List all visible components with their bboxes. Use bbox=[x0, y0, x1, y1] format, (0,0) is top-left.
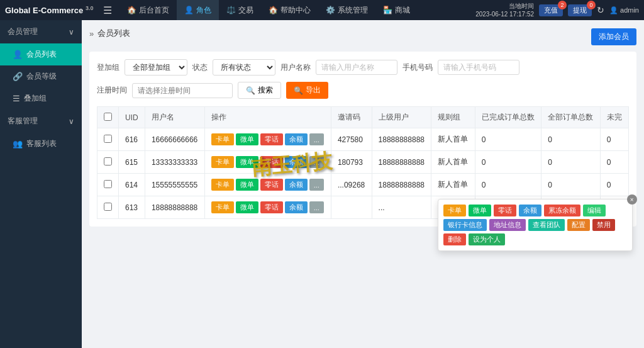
sidebar-item-member-level[interactable]: 🔗 会员等级 bbox=[0, 65, 82, 87]
table-row: 614 15555555555 卡单 微单 零话 余额 ... ...09268 bbox=[97, 174, 629, 196]
nav-transaction[interactable]: ⚖️ 交易 bbox=[219, 0, 261, 20]
cell-rule: 新人首单 bbox=[431, 151, 475, 174]
admin-menu[interactable]: 👤 admin bbox=[609, 6, 639, 14]
cell-parent: 18888888888 bbox=[372, 128, 431, 151]
wei-btn[interactable]: 微单 bbox=[236, 156, 258, 168]
username-input[interactable] bbox=[316, 60, 397, 75]
zero-btn[interactable]: 零话 bbox=[260, 156, 283, 168]
card-btn[interactable]: 卡单 bbox=[211, 201, 234, 213]
help-icon: 🏠 bbox=[269, 6, 278, 14]
action-buttons: 卡单 微单 零话 余额 ... bbox=[211, 179, 325, 191]
refresh-button[interactable]: ↻ bbox=[597, 5, 604, 15]
role-icon: 👤 bbox=[184, 6, 194, 14]
status-select[interactable]: 所有状态 bbox=[213, 59, 275, 76]
add-member-button[interactable]: 添加会员 bbox=[591, 28, 636, 45]
sidebar-group-member[interactable]: 会员管理 ∨ bbox=[0, 20, 82, 43]
top-navigation: Global E-Commerce 3.0 ☰ 🏠 后台首页 👤 角色 ⚖️ 交… bbox=[0, 0, 644, 20]
nav-role[interactable]: 👤 角色 bbox=[177, 0, 219, 20]
row-checkbox[interactable] bbox=[97, 174, 119, 196]
zero-btn[interactable]: 零话 bbox=[260, 179, 283, 191]
nav-home[interactable]: 🏠 后台首页 bbox=[119, 0, 177, 20]
row-checkbox[interactable] bbox=[97, 128, 119, 151]
sidebar-item-overlay-group[interactable]: ☰ 叠加组 bbox=[0, 87, 82, 109]
nav-system[interactable]: ⚙️ 系统管理 bbox=[318, 0, 375, 20]
header-completed-orders: 已完成订单总数 bbox=[475, 107, 541, 128]
sidebar: 会员管理 ∨ 👤 会员列表 🔗 会员等级 ☰ 叠加组 客服管理 ∨ 👥 客服列表 bbox=[0, 20, 82, 348]
more-btn[interactable]: ... bbox=[309, 133, 324, 145]
overlay-group-icon: ☰ bbox=[13, 94, 20, 103]
status-label: 状态 bbox=[192, 62, 208, 73]
balance-btn[interactable]: 余额 bbox=[285, 156, 308, 168]
cell-uid: 613 bbox=[119, 196, 145, 219]
popup-delete-btn[interactable]: 删除 bbox=[443, 233, 466, 245]
nav-help[interactable]: 🏠 帮助中心 bbox=[261, 0, 318, 20]
date-input[interactable] bbox=[132, 83, 233, 98]
header-pending: 未完 bbox=[600, 107, 628, 128]
dengjiazu-select[interactable]: 全部登加组 bbox=[125, 59, 187, 76]
app-logo: Global E-Commerce 3.0 bbox=[5, 5, 93, 15]
popup-bank-btn[interactable]: 银行卡信息 bbox=[443, 219, 487, 231]
row-checkbox[interactable] bbox=[97, 151, 119, 174]
popup-addr-btn[interactable]: 地址信息 bbox=[489, 219, 526, 231]
nav-shop[interactable]: 🏪 商城 bbox=[375, 0, 418, 20]
recharge-button[interactable]: 充值 2 bbox=[539, 4, 563, 16]
popup-wei-btn[interactable]: 微单 bbox=[469, 205, 491, 216]
zero-btn[interactable]: 零话 bbox=[260, 133, 283, 145]
wei-btn[interactable]: 微单 bbox=[236, 201, 258, 213]
popup-close-button[interactable]: × bbox=[627, 194, 637, 205]
cell-completed: 0 bbox=[475, 151, 541, 174]
cell-total: 0 bbox=[541, 128, 600, 151]
action-popup-menu: × 卡单 微单 零话 余额 累冻余额 编辑 银行卡信息 地址信息 查看团队 配置 bbox=[438, 199, 633, 251]
card-btn[interactable]: 卡单 bbox=[211, 133, 234, 145]
home-icon: 🏠 bbox=[127, 6, 136, 14]
more-btn[interactable]: ... bbox=[309, 179, 324, 191]
cell-username: 15555555555 bbox=[145, 174, 204, 196]
cell-invite-code: ...09268 bbox=[331, 174, 372, 196]
sidebar-item-member-list[interactable]: 👤 会员列表 bbox=[0, 43, 82, 65]
reg-time-label: 注册时间 bbox=[97, 85, 127, 96]
withdraw-badge: 0 bbox=[587, 1, 596, 9]
sidebar-group-service[interactable]: 客服管理 ∨ bbox=[0, 109, 82, 133]
wei-btn[interactable]: 微单 bbox=[236, 179, 258, 191]
export-icon: 🔍 bbox=[294, 86, 303, 95]
menu-icon[interactable]: ☰ bbox=[96, 0, 119, 20]
sidebar-item-service-list[interactable]: 👥 客服列表 bbox=[0, 133, 82, 155]
wei-btn[interactable]: 微单 bbox=[236, 133, 258, 145]
cell-actions: 卡单 微单 零话 余额 ... bbox=[204, 174, 331, 196]
more-btn[interactable]: ... bbox=[309, 201, 324, 213]
action-buttons: 卡单 微单 零话 余额 ... bbox=[211, 156, 325, 168]
popup-personal-btn[interactable]: 设为个人 bbox=[469, 233, 505, 245]
more-btn[interactable]: ... bbox=[309, 156, 324, 168]
cell-completed: 0 bbox=[475, 174, 541, 196]
popup-receive-btn[interactable]: 配置 bbox=[567, 219, 590, 231]
main-content: » 会员列表 添加会员 登加组 全部登加组 状态 所有状态 用户名称 手机号码 bbox=[82, 20, 644, 348]
export-button[interactable]: 🔍 导出 bbox=[286, 82, 328, 99]
balance-btn[interactable]: 余额 bbox=[285, 201, 308, 213]
popup-edit-btn[interactable]: 编辑 bbox=[583, 205, 606, 216]
member-level-icon: 🔗 bbox=[13, 72, 23, 81]
search-button[interactable]: 🔍 搜索 bbox=[238, 82, 281, 99]
table-row: 615 13333333333 卡单 微单 零话 余额 ... 180793 bbox=[97, 151, 629, 174]
header-username: 用户名 bbox=[145, 107, 204, 128]
header-checkbox[interactable] bbox=[97, 107, 119, 128]
popup-balance-btn[interactable]: 余额 bbox=[519, 205, 541, 216]
popup-card-btn[interactable]: 卡单 bbox=[443, 205, 466, 216]
cell-username: 16666666666 bbox=[145, 128, 204, 151]
row-checkbox[interactable] bbox=[97, 196, 119, 219]
popup-freeze-btn[interactable]: 累冻余额 bbox=[544, 205, 580, 216]
popup-team-btn[interactable]: 查看团队 bbox=[528, 219, 565, 231]
zero-btn[interactable]: 零话 bbox=[260, 201, 283, 213]
card-btn[interactable]: 卡单 bbox=[211, 156, 234, 168]
phone-input[interactable] bbox=[438, 60, 519, 75]
search-icon: 🔍 bbox=[246, 86, 255, 95]
shop-icon: 🏪 bbox=[383, 6, 392, 14]
balance-btn[interactable]: 余额 bbox=[285, 179, 308, 191]
card-btn[interactable]: 卡单 bbox=[211, 179, 234, 191]
popup-disable-btn[interactable]: 禁用 bbox=[592, 219, 615, 231]
balance-btn[interactable]: 余额 bbox=[285, 133, 308, 145]
popup-zero-btn[interactable]: 零话 bbox=[494, 205, 516, 216]
cell-invite-code: 427580 bbox=[331, 128, 372, 151]
header-total-orders: 全部订单总数 bbox=[541, 107, 600, 128]
withdraw-button[interactable]: 提现 0 bbox=[568, 4, 592, 16]
breadcrumb: » 会员列表 bbox=[89, 28, 130, 39]
